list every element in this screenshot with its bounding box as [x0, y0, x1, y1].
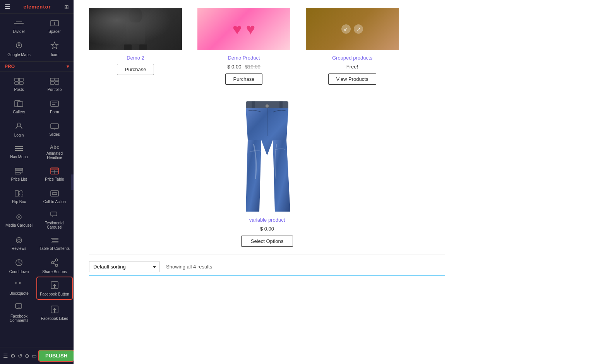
publish-button[interactable]: PUBLISH	[39, 350, 74, 361]
footer-preview-icon[interactable]: ▭	[32, 353, 37, 359]
widget-nav-menu-label: Nav Menu	[10, 155, 28, 159]
svg-point-60	[129, 8, 142, 23]
widget-flip-box[interactable]: Flip Box	[2, 186, 36, 207]
grouped-icon-1: ↙	[341, 24, 351, 34]
hamburger-icon[interactable]: ☰	[5, 3, 10, 10]
widget-reviews[interactable]: Reviews	[2, 232, 36, 254]
widget-price-list[interactable]: Price List	[2, 163, 36, 185]
svg-point-41	[16, 238, 22, 243]
pro-chevron-icon: ▾	[67, 64, 69, 69]
widget-google-maps-label: Google Maps	[7, 53, 30, 57]
widget-testimonial-carousel[interactable]: Testimonial Carousel	[37, 208, 72, 232]
spacer-icon	[50, 20, 59, 28]
svg-rect-17	[17, 102, 23, 106]
reviews-icon	[14, 237, 24, 245]
svg-rect-2	[16, 25, 22, 25]
facebook-button-icon	[50, 281, 59, 291]
widget-spacer[interactable]: Spacer	[37, 15, 72, 37]
widget-countdown[interactable]: Countdown	[2, 255, 36, 277]
widget-google-maps[interactable]: Google Maps	[2, 38, 36, 60]
price-list-icon	[14, 167, 24, 176]
product-grouped-title: Grouped products	[306, 55, 399, 61]
svg-rect-15	[55, 82, 59, 84]
widget-login[interactable]: Login	[2, 118, 36, 140]
product-variable-price: $ 0.00	[228, 226, 306, 232]
product-demo-purchase-button[interactable]: Purchase	[225, 73, 263, 85]
product-variable-select-options-button[interactable]: Select Options	[241, 236, 293, 247]
svg-point-39	[18, 216, 20, 218]
widget-posts-label: Posts	[14, 87, 24, 92]
widget-facebook-liked[interactable]: Facebook Liked	[37, 300, 72, 325]
countdown-icon	[15, 258, 23, 268]
widget-form[interactable]: Form	[37, 96, 72, 118]
widget-divider[interactable]: Divider	[2, 15, 36, 37]
footer-history-icon[interactable]: ↺	[18, 353, 22, 359]
svg-rect-28	[15, 171, 23, 172]
widget-table-of-contents-label: Table of Contents	[39, 246, 70, 251]
footer-menu-icon[interactable]: ☰	[3, 353, 8, 359]
product-row-1: Demo 2 Purchase ♥ ♥ Demo Product $ 0.00 …	[89, 8, 445, 85]
widget-nav-menu[interactable]: Nav Menu	[2, 141, 36, 162]
widget-animated-headline-label: Animated Headline	[39, 151, 70, 160]
product-grouped: ↙ ↗ Grouped products Free! View Products	[306, 8, 399, 85]
svg-rect-13	[55, 78, 59, 81]
widget-facebook-button[interactable]: Facebook Button	[37, 277, 72, 299]
svg-rect-8	[15, 78, 19, 81]
widget-countdown-label: Countdown	[9, 270, 29, 274]
widget-share-buttons-label: Share Buttons	[42, 270, 67, 274]
widget-gallery-label: Gallery	[13, 110, 25, 114]
footer-responsive-icon[interactable]: ⊙	[25, 353, 29, 359]
widget-media-carousel[interactable]: Media Carousel	[2, 208, 36, 232]
widget-icon[interactable]: Icon	[37, 38, 72, 60]
footer-settings-icon[interactable]: ⚙	[10, 353, 15, 359]
product-grouped-image: ↙ ↗	[306, 8, 399, 50]
svg-rect-18	[51, 101, 58, 106]
product-demo-price: $ 0.00 $10.00	[197, 64, 290, 70]
product-demo2: Demo 2 Purchase	[89, 8, 182, 85]
product-demo2-purchase-button[interactable]: Purchase	[117, 64, 154, 75]
widget-facebook-comments[interactable]: Facebook Comments	[2, 300, 36, 325]
icon-widget-icon	[50, 41, 59, 51]
slides-icon	[50, 123, 59, 131]
product-demo-current-price: $ 0.00	[227, 64, 241, 70]
widget-slides-label: Slides	[49, 132, 60, 137]
svg-rect-62	[124, 44, 132, 50]
collapse-handle[interactable]: ‹	[71, 174, 74, 190]
widget-blockquote-label: Blockquote	[9, 291, 28, 296]
widget-blockquote[interactable]: "" Blockquote	[2, 277, 36, 299]
animated-headline-icon: Abc	[50, 145, 60, 150]
widget-icon-label: Icon	[51, 53, 58, 57]
sort-select[interactable]: Default sortingSort by popularitySort by…	[89, 261, 160, 272]
blockquote-icon: ""	[14, 282, 24, 290]
widget-portfolio[interactable]: Portfolio	[37, 73, 72, 95]
widget-gallery[interactable]: Gallery	[2, 96, 36, 118]
widget-share-buttons[interactable]: Share Buttons	[37, 255, 72, 277]
widget-price-table[interactable]: Price Table	[37, 163, 72, 185]
grid-icon[interactable]: ⊞	[64, 4, 69, 10]
widget-slides[interactable]: Slides	[37, 118, 72, 140]
flip-box-icon	[14, 190, 24, 198]
widget-reviews-label: Reviews	[12, 246, 26, 251]
svg-rect-35	[19, 191, 23, 196]
product-variable-title: variable product	[228, 217, 306, 223]
svg-point-50	[55, 259, 58, 261]
product-grouped-view-button[interactable]: View Products	[328, 73, 377, 85]
products-area: Demo 2 Purchase ♥ ♥ Demo Product $ 0.00 …	[74, 0, 461, 284]
table-of-contents-icon	[50, 237, 59, 245]
product-variable-image	[236, 100, 298, 212]
svg-rect-0	[14, 23, 24, 24]
svg-line-54	[54, 263, 55, 265]
svg-rect-31	[51, 168, 58, 170]
widget-table-of-contents[interactable]: Table of Contents	[37, 232, 72, 254]
elementor-logo: elementor	[23, 4, 51, 10]
svg-point-68	[266, 104, 269, 108]
svg-rect-34	[15, 191, 19, 196]
widget-animated-headline[interactable]: Abc Animated Headline	[37, 141, 72, 162]
svg-marker-7	[51, 42, 58, 49]
widget-posts[interactable]: Posts	[2, 73, 36, 95]
widget-flip-box-label: Flip Box	[12, 200, 26, 204]
widget-form-label: Form	[50, 110, 59, 114]
variable-product-wrapper: variable product $ 0.00 Select Options	[89, 100, 445, 247]
svg-point-42	[18, 239, 20, 241]
widget-call-to-action[interactable]: Call to Action	[37, 186, 72, 207]
